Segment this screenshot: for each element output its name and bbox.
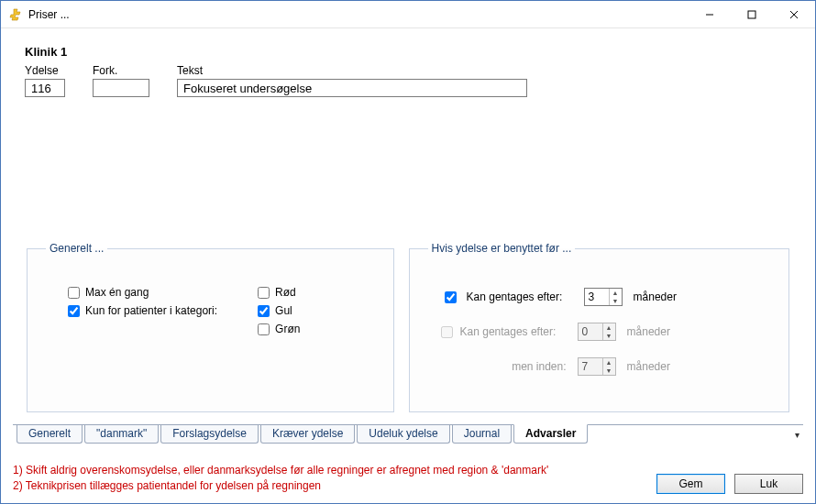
repeat3-value [579, 358, 602, 375]
repeat1-spinner[interactable]: ▲▼ [584, 288, 623, 306]
repeat2-value [579, 323, 602, 340]
close-button[interactable] [773, 1, 815, 28]
tab-overflow-icon[interactable]: ▾ [795, 430, 799, 440]
save-button[interactable]: Gem [656, 474, 725, 494]
tab-forslagsydelse[interactable]: Forslagsydelse [160, 425, 259, 444]
repeat1-unit: måneder [634, 290, 677, 303]
category-red-checkbox[interactable] [258, 287, 270, 299]
repeat3-unit: måneder [627, 360, 670, 373]
category-red-row[interactable]: Rød [258, 286, 300, 299]
spinner-up-icon[interactable]: ▲ [610, 289, 622, 297]
repeat1-value[interactable] [585, 289, 609, 305]
category-green-row[interactable]: Grøn [258, 323, 300, 335]
category-yellow-checkbox[interactable] [258, 305, 270, 317]
max-once-checkbox[interactable] [68, 287, 80, 299]
only-category-label: Kun for patienter i kategori: [85, 304, 217, 317]
warning-line-2: 2) Teknikprisen tillægges patientandel f… [13, 478, 548, 494]
fork-input[interactable] [93, 79, 149, 97]
repeat3-spinner: ▲▼ [578, 357, 616, 376]
general-fieldset: Generelt ... Max én gang Kun for patient… [27, 242, 394, 412]
only-category-checkbox[interactable] [68, 305, 80, 317]
repeat2-label: Kan gentages efter: [460, 325, 570, 338]
spinner-down-icon[interactable]: ▼ [610, 297, 622, 305]
category-yellow-label: Gul [275, 304, 292, 317]
ydelse-input[interactable] [25, 79, 65, 97]
fork-label: Fork. [93, 64, 149, 77]
spinner-up-icon: ▲ [603, 323, 615, 332]
max-once-label: Max én gang [85, 286, 149, 299]
tabstrip: Generelt "danmark" Forslagsydelse Kræver… [13, 424, 803, 444]
only-category-row[interactable]: Kun for patienter i kategori: [68, 304, 217, 317]
general-legend: Generelt ... [46, 242, 107, 255]
repeat1-label: Kan gentages efter: [467, 290, 577, 303]
repeat-legend: Hvis ydelse er benyttet før ... [428, 242, 576, 255]
repeat2-spinner: ▲▼ [578, 323, 616, 341]
spinner-down-icon: ▼ [603, 332, 615, 340]
tab-kraever-ydelse[interactable]: Kræver ydelse [260, 425, 355, 444]
titlebar: Priser ... [1, 1, 815, 28]
category-green-checkbox[interactable] [258, 323, 270, 335]
warning-line-1: 1) Skift aldrig overenskomsydelse, eller… [13, 463, 548, 478]
tekst-input[interactable] [177, 79, 527, 97]
tab-udeluk-ydelse[interactable]: Udeluk ydelse [357, 425, 449, 444]
repeat3-label: men inden: [460, 360, 570, 373]
ydelse-label: Ydelse [25, 64, 65, 77]
repeat1-checkbox[interactable] [445, 291, 457, 303]
spinner-up-icon: ▲ [603, 358, 615, 367]
app-icon [8, 7, 23, 22]
repeat2-checkbox [441, 326, 453, 338]
clinic-title: Klinik 1 [25, 45, 791, 59]
maximize-button[interactable] [731, 1, 773, 28]
spinner-down-icon: ▼ [603, 367, 615, 375]
repeat-fieldset: Hvis ydelse er benyttet før ... Kan gent… [409, 242, 789, 412]
category-green-label: Grøn [275, 323, 300, 335]
minimize-button[interactable] [689, 1, 731, 28]
tab-danmark[interactable]: "danmark" [84, 425, 159, 444]
category-red-label: Rød [275, 286, 296, 299]
tab-advarsler[interactable]: Advarsler [513, 424, 588, 444]
repeat2-unit: måneder [627, 325, 670, 338]
tab-journal[interactable]: Journal [452, 425, 512, 444]
window-title: Priser ... [28, 8, 70, 21]
tab-generelt[interactable]: Generelt [17, 425, 83, 444]
tekst-label: Tekst [177, 64, 527, 77]
footer-warnings: 1) Skift aldrig overenskomsydelse, eller… [13, 463, 548, 494]
svg-rect-1 [748, 11, 755, 18]
max-once-row[interactable]: Max én gang [68, 286, 217, 299]
category-yellow-row[interactable]: Gul [258, 304, 300, 317]
close-dialog-button[interactable]: Luk [734, 474, 803, 494]
